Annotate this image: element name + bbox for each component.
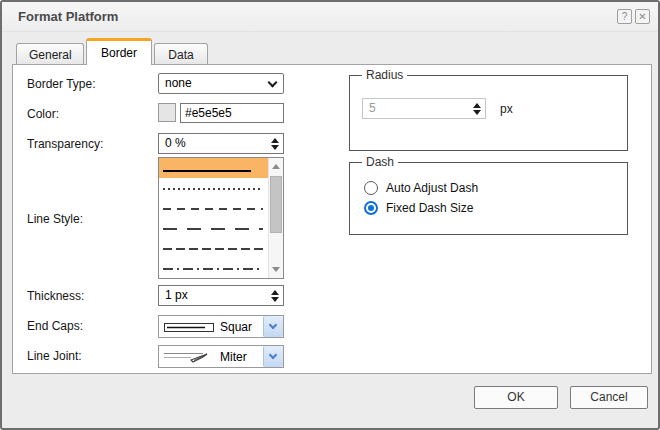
cancel-button[interactable]: Cancel — [570, 386, 648, 409]
border-type-select[interactable]: none — [158, 73, 284, 94]
miter-joint-icon — [163, 350, 215, 364]
line-style-option-solid[interactable] — [159, 158, 268, 178]
color-input[interactable]: #e5e5e5 — [180, 103, 284, 123]
line-joint-dropdown[interactable]: Miter — [158, 345, 284, 368]
line-joint-dropdown-button[interactable] — [263, 346, 283, 367]
thickness-spinner[interactable]: 1 px — [158, 285, 284, 306]
dash-group: Dash Auto Adjust Dash Fixed Dash Size — [349, 162, 628, 235]
line-style-label: Line Style: — [27, 212, 83, 226]
radio-label: Auto Adjust Dash — [386, 181, 478, 195]
thickness-label: Thickness: — [27, 289, 84, 303]
help-icon[interactable]: ? — [617, 9, 632, 24]
line-style-option-dotted[interactable] — [159, 178, 268, 198]
spinner-arrows-icon[interactable] — [270, 137, 279, 151]
spinner-arrows-icon[interactable] — [270, 289, 279, 303]
transparency-label: Transparency: — [27, 137, 103, 151]
line-style-option-dashed[interactable] — [159, 198, 268, 218]
line-style-option-long-dash[interactable] — [159, 218, 268, 238]
radio-auto-adjust-dash[interactable]: Auto Adjust Dash — [364, 180, 478, 196]
radio-label: Fixed Dash Size — [386, 201, 473, 215]
ok-button[interactable]: OK — [474, 386, 558, 409]
format-platform-dialog: Format Platform ? ✕ General Border Data … — [0, 0, 660, 430]
line-style-listbox[interactable] — [158, 157, 284, 279]
dialog-titlebar: Format Platform ? ✕ — [2, 2, 658, 32]
thickness-value: 1 px — [165, 288, 188, 302]
spinner-arrows-icon[interactable] — [472, 102, 481, 116]
square-cap-icon — [163, 321, 215, 333]
radius-spinner[interactable]: 5 — [362, 98, 486, 119]
dialog-title: Format Platform — [18, 9, 118, 24]
radio-icon[interactable] — [364, 181, 378, 195]
transparency-spinner[interactable]: 0 % — [158, 133, 284, 154]
end-caps-label: End Caps: — [27, 319, 83, 333]
color-swatch[interactable] — [158, 103, 176, 122]
radius-unit: px — [500, 102, 513, 116]
line-joint-value: Miter — [220, 350, 263, 364]
scrollbar-thumb[interactable] — [270, 176, 282, 233]
line-style-option-dash-dot[interactable] — [159, 258, 268, 278]
radius-value: 5 — [369, 101, 376, 115]
scroll-up-icon[interactable] — [272, 164, 280, 169]
scroll-down-icon[interactable] — [272, 267, 280, 272]
border-tab-panel: Border Type: none Color: #e5e5e5 Transpa… — [12, 64, 652, 374]
color-label: Color: — [27, 107, 59, 121]
radius-group: Radius 5 px — [349, 75, 628, 151]
chevron-down-icon — [269, 321, 277, 329]
end-caps-dropdown[interactable]: Squar — [158, 315, 284, 338]
tab-general[interactable]: General — [16, 43, 84, 64]
border-type-value: none — [165, 76, 192, 90]
close-icon[interactable]: ✕ — [635, 9, 650, 24]
end-caps-value: Squar — [220, 320, 263, 334]
end-caps-dropdown-button[interactable] — [263, 316, 283, 337]
line-style-option-medium-dash[interactable] — [159, 238, 268, 258]
tab-data[interactable]: Data — [154, 43, 208, 64]
transparency-value: 0 % — [165, 136, 186, 150]
radio-icon[interactable] — [364, 201, 378, 215]
dash-legend: Dash — [362, 155, 398, 169]
radius-legend: Radius — [362, 68, 407, 82]
scrollbar[interactable] — [268, 158, 283, 278]
chevron-down-icon — [268, 78, 278, 88]
border-type-label: Border Type: — [27, 77, 95, 91]
tab-border[interactable]: Border — [86, 38, 152, 65]
line-joint-label: Line Joint: — [27, 349, 82, 363]
radio-fixed-dash-size[interactable]: Fixed Dash Size — [364, 200, 473, 216]
chevron-down-icon — [269, 351, 277, 359]
